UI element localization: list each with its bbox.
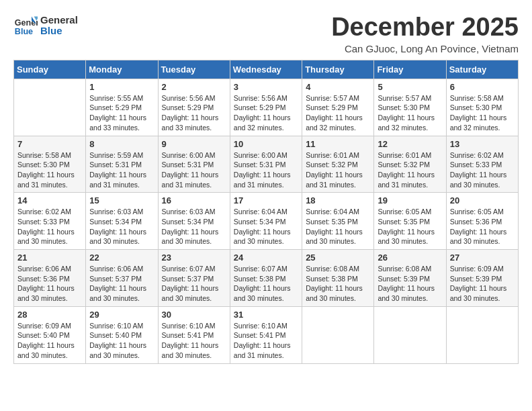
title-section: December 2025 Can GJuoc, Long An Povince… <box>331 13 519 54</box>
day-info: Sunrise: 6:05 AMSunset: 5:35 PMDaylight:… <box>378 207 442 246</box>
day-info: Sunrise: 6:07 AMSunset: 5:38 PMDaylight:… <box>234 264 298 304</box>
day-number: 24 <box>234 253 298 263</box>
day-number: 29 <box>89 310 154 320</box>
calendar-day-cell: 23Sunrise: 6:07 AMSunset: 5:37 PMDayligh… <box>158 250 230 307</box>
svg-text:Blue: Blue <box>15 27 33 36</box>
calendar-day-cell: 24Sunrise: 6:07 AMSunset: 5:38 PMDayligh… <box>230 250 302 307</box>
calendar-week-row: 28Sunrise: 6:09 AMSunset: 5:40 PMDayligh… <box>14 306 519 363</box>
calendar-day-cell: 30Sunrise: 6:10 AMSunset: 5:41 PMDayligh… <box>158 306 230 363</box>
day-number: 1 <box>89 82 154 92</box>
empty-cell <box>374 306 446 363</box>
day-header-monday: Monday <box>86 60 158 79</box>
day-info: Sunrise: 6:05 AMSunset: 5:36 PMDaylight:… <box>450 207 515 246</box>
calendar-header-row: SundayMondayTuesdayWednesdayThursdayFrid… <box>14 60 519 79</box>
calendar-day-cell: 11Sunrise: 6:01 AMSunset: 5:32 PMDayligh… <box>302 136 374 193</box>
day-info: Sunrise: 6:08 AMSunset: 5:39 PMDaylight:… <box>378 264 442 304</box>
calendar-day-cell: 8Sunrise: 5:59 AMSunset: 5:31 PMDaylight… <box>86 136 158 193</box>
calendar-day-cell: 12Sunrise: 6:01 AMSunset: 5:32 PMDayligh… <box>374 136 446 193</box>
calendar-day-cell: 16Sunrise: 6:03 AMSunset: 5:34 PMDayligh… <box>158 193 230 250</box>
day-info: Sunrise: 5:56 AMSunset: 5:29 PMDaylight:… <box>162 93 226 133</box>
day-info: Sunrise: 6:03 AMSunset: 5:34 PMDaylight:… <box>162 207 226 246</box>
logo: General Blue General Blue <box>13 13 78 38</box>
calendar-day-cell: 6Sunrise: 5:58 AMSunset: 5:30 PMDaylight… <box>446 79 518 136</box>
calendar-day-cell: 14Sunrise: 6:02 AMSunset: 5:33 PMDayligh… <box>14 193 86 250</box>
day-number: 3 <box>234 82 298 92</box>
day-info: Sunrise: 6:10 AMSunset: 5:41 PMDaylight:… <box>234 321 298 361</box>
day-info: Sunrise: 6:07 AMSunset: 5:37 PMDaylight:… <box>162 264 226 304</box>
day-number: 15 <box>89 195 154 205</box>
day-info: Sunrise: 6:03 AMSunset: 5:34 PMDaylight:… <box>89 207 154 246</box>
logo-blue-text: Blue <box>40 26 78 37</box>
empty-cell <box>446 306 518 363</box>
day-header-saturday: Saturday <box>446 60 518 79</box>
calendar-table: SundayMondayTuesdayWednesdayThursdayFrid… <box>13 60 519 364</box>
day-info: Sunrise: 6:06 AMSunset: 5:36 PMDaylight:… <box>17 264 82 304</box>
day-info: Sunrise: 6:06 AMSunset: 5:37 PMDaylight:… <box>89 264 154 304</box>
day-info: Sunrise: 5:57 AMSunset: 5:30 PMDaylight:… <box>378 93 442 133</box>
calendar-day-cell: 27Sunrise: 6:09 AMSunset: 5:39 PMDayligh… <box>446 250 518 307</box>
day-header-friday: Friday <box>374 60 446 79</box>
calendar-day-cell: 2Sunrise: 5:56 AMSunset: 5:29 PMDaylight… <box>158 79 230 136</box>
day-info: Sunrise: 5:56 AMSunset: 5:29 PMDaylight:… <box>234 93 298 133</box>
day-number: 20 <box>450 195 515 205</box>
day-info: Sunrise: 6:00 AMSunset: 5:31 PMDaylight:… <box>162 150 226 190</box>
day-info: Sunrise: 6:04 AMSunset: 5:35 PMDaylight:… <box>306 207 370 246</box>
day-number: 7 <box>17 139 82 149</box>
logo-general-text: General <box>40 15 78 26</box>
day-number: 11 <box>306 139 370 149</box>
day-info: Sunrise: 6:09 AMSunset: 5:40 PMDaylight:… <box>17 321 82 361</box>
day-number: 18 <box>306 195 370 205</box>
day-info: Sunrise: 6:01 AMSunset: 5:32 PMDaylight:… <box>378 150 442 190</box>
location-subtitle: Can GJuoc, Long An Povince, Vietnam <box>331 43 519 54</box>
day-number: 30 <box>162 310 226 320</box>
calendar-day-cell: 22Sunrise: 6:06 AMSunset: 5:37 PMDayligh… <box>86 250 158 307</box>
calendar-week-row: 1Sunrise: 5:55 AMSunset: 5:29 PMDaylight… <box>14 79 519 136</box>
day-number: 25 <box>306 253 370 263</box>
month-title: December 2025 <box>331 13 519 42</box>
day-number: 5 <box>378 82 442 92</box>
day-number: 17 <box>234 195 298 205</box>
day-number: 21 <box>17 253 82 263</box>
day-number: 19 <box>378 195 442 205</box>
day-header-thursday: Thursday <box>302 60 374 79</box>
day-info: Sunrise: 6:10 AMSunset: 5:41 PMDaylight:… <box>162 321 226 361</box>
calendar-day-cell: 13Sunrise: 6:02 AMSunset: 5:33 PMDayligh… <box>446 136 518 193</box>
day-number: 9 <box>162 139 226 149</box>
day-info: Sunrise: 6:01 AMSunset: 5:32 PMDaylight:… <box>306 150 370 190</box>
empty-cell <box>14 79 86 136</box>
day-info: Sunrise: 5:59 AMSunset: 5:31 PMDaylight:… <box>89 150 154 190</box>
empty-cell <box>302 306 374 363</box>
day-header-wednesday: Wednesday <box>230 60 302 79</box>
calendar-day-cell: 5Sunrise: 5:57 AMSunset: 5:30 PMDaylight… <box>374 79 446 136</box>
day-number: 26 <box>378 253 442 263</box>
calendar-day-cell: 18Sunrise: 6:04 AMSunset: 5:35 PMDayligh… <box>302 193 374 250</box>
calendar-day-cell: 25Sunrise: 6:08 AMSunset: 5:38 PMDayligh… <box>302 250 374 307</box>
day-info: Sunrise: 5:58 AMSunset: 5:30 PMDaylight:… <box>450 93 515 133</box>
day-number: 6 <box>450 82 515 92</box>
calendar-day-cell: 3Sunrise: 5:56 AMSunset: 5:29 PMDaylight… <box>230 79 302 136</box>
day-info: Sunrise: 5:58 AMSunset: 5:30 PMDaylight:… <box>17 150 82 190</box>
calendar-day-cell: 19Sunrise: 6:05 AMSunset: 5:35 PMDayligh… <box>374 193 446 250</box>
day-info: Sunrise: 6:10 AMSunset: 5:40 PMDaylight:… <box>89 321 154 361</box>
logo-icon: General Blue <box>13 13 38 38</box>
day-number: 12 <box>378 139 442 149</box>
day-info: Sunrise: 5:55 AMSunset: 5:29 PMDaylight:… <box>89 93 154 133</box>
day-info: Sunrise: 6:08 AMSunset: 5:38 PMDaylight:… <box>306 264 370 304</box>
day-header-sunday: Sunday <box>14 60 86 79</box>
day-number: 14 <box>17 195 82 205</box>
calendar-day-cell: 1Sunrise: 5:55 AMSunset: 5:29 PMDaylight… <box>86 79 158 136</box>
calendar-day-cell: 29Sunrise: 6:10 AMSunset: 5:40 PMDayligh… <box>86 306 158 363</box>
day-number: 13 <box>450 139 515 149</box>
day-number: 27 <box>450 253 515 263</box>
day-info: Sunrise: 6:04 AMSunset: 5:34 PMDaylight:… <box>234 207 298 246</box>
day-number: 28 <box>17 310 82 320</box>
day-number: 2 <box>162 82 226 92</box>
day-info: Sunrise: 6:02 AMSunset: 5:33 PMDaylight:… <box>450 150 515 190</box>
calendar-week-row: 21Sunrise: 6:06 AMSunset: 5:36 PMDayligh… <box>14 250 519 307</box>
day-info: Sunrise: 5:57 AMSunset: 5:29 PMDaylight:… <box>306 93 370 133</box>
day-number: 8 <box>89 139 154 149</box>
calendar-day-cell: 28Sunrise: 6:09 AMSunset: 5:40 PMDayligh… <box>14 306 86 363</box>
calendar-day-cell: 9Sunrise: 6:00 AMSunset: 5:31 PMDaylight… <box>158 136 230 193</box>
day-info: Sunrise: 6:09 AMSunset: 5:39 PMDaylight:… <box>450 264 515 304</box>
day-number: 10 <box>234 139 298 149</box>
